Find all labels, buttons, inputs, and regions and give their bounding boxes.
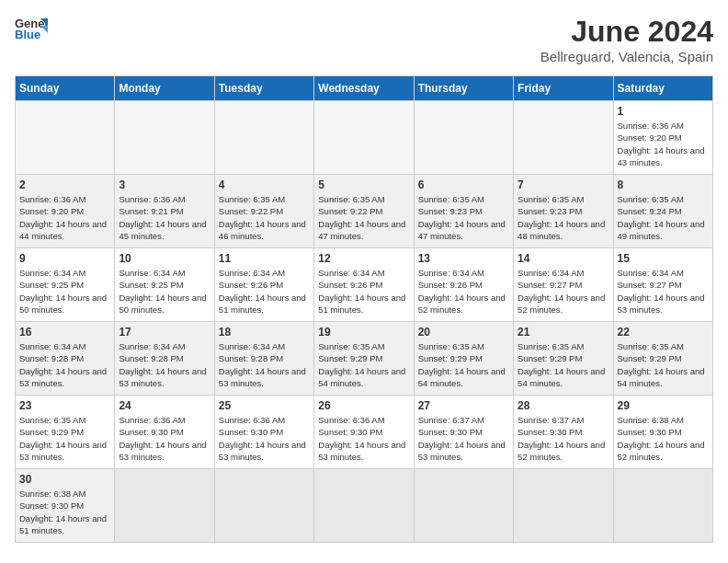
location-subtitle: Bellreguard, Valencia, Spain [540, 49, 713, 64]
calendar-cell: 2Sunrise: 6:36 AMSunset: 9:20 PMDaylight… [16, 175, 115, 248]
day-number: 21 [518, 326, 609, 339]
day-info: Sunrise: 6:35 AMSunset: 9:29 PMDaylight:… [418, 340, 509, 389]
calendar-cell: 18Sunrise: 6:34 AMSunset: 9:28 PMDayligh… [214, 322, 313, 396]
day-number: 10 [119, 252, 210, 265]
calendar-cell: 26Sunrise: 6:36 AMSunset: 9:30 PMDayligh… [314, 396, 414, 469]
calendar-cell [214, 101, 313, 175]
day-info: Sunrise: 6:34 AMSunset: 9:28 PMDaylight:… [19, 340, 110, 389]
day-number: 28 [518, 399, 609, 412]
day-info: Sunrise: 6:34 AMSunset: 9:25 PMDaylight:… [19, 267, 110, 316]
calendar-cell [613, 469, 712, 543]
logo-icon: General Blue [15, 15, 48, 40]
header-row: SundayMondayTuesdayWednesdayThursdayFrid… [16, 76, 713, 101]
calendar-week-row: 23Sunrise: 6:35 AMSunset: 9:29 PMDayligh… [16, 396, 713, 469]
calendar-cell: 16Sunrise: 6:34 AMSunset: 9:28 PMDayligh… [16, 322, 115, 396]
day-number: 3 [119, 178, 210, 191]
col-header-saturday: Saturday [613, 76, 712, 101]
day-info: Sunrise: 6:34 AMSunset: 9:25 PMDaylight:… [119, 267, 210, 316]
col-header-monday: Monday [115, 76, 214, 101]
calendar-cell [314, 101, 414, 175]
calendar-cell [414, 469, 513, 543]
day-number: 17 [119, 326, 210, 339]
calendar-cell: 3Sunrise: 6:36 AMSunset: 9:21 PMDaylight… [115, 175, 214, 248]
day-info: Sunrise: 6:35 AMSunset: 9:23 PMDaylight:… [518, 193, 609, 242]
day-info: Sunrise: 6:34 AMSunset: 9:26 PMDaylight:… [318, 267, 409, 316]
day-info: Sunrise: 6:36 AMSunset: 9:30 PMDaylight:… [219, 414, 310, 463]
day-number: 22 [618, 326, 709, 339]
day-info: Sunrise: 6:35 AMSunset: 9:22 PMDaylight:… [318, 193, 409, 242]
calendar-cell: 30Sunrise: 6:38 AMSunset: 9:30 PMDayligh… [16, 469, 115, 543]
calendar-cell: 8Sunrise: 6:35 AMSunset: 9:24 PMDaylight… [613, 175, 712, 248]
calendar-cell [115, 101, 214, 175]
day-info: Sunrise: 6:35 AMSunset: 9:22 PMDaylight:… [219, 193, 310, 242]
calendar-cell: 11Sunrise: 6:34 AMSunset: 9:26 PMDayligh… [214, 248, 313, 322]
day-info: Sunrise: 6:34 AMSunset: 9:26 PMDaylight:… [219, 267, 310, 316]
day-info: Sunrise: 6:38 AMSunset: 9:30 PMDaylight:… [618, 414, 709, 463]
calendar-cell: 15Sunrise: 6:34 AMSunset: 9:27 PMDayligh… [613, 248, 712, 322]
calendar-cell: 21Sunrise: 6:35 AMSunset: 9:29 PMDayligh… [514, 322, 613, 396]
calendar-cell [214, 469, 313, 543]
calendar-cell [514, 469, 613, 543]
calendar-cell [16, 101, 115, 175]
calendar-week-row: 16Sunrise: 6:34 AMSunset: 9:28 PMDayligh… [16, 322, 713, 396]
calendar-cell: 17Sunrise: 6:34 AMSunset: 9:28 PMDayligh… [115, 322, 214, 396]
day-number: 16 [19, 326, 110, 339]
calendar-cell: 1Sunrise: 6:36 AMSunset: 9:20 PMDaylight… [613, 101, 712, 175]
calendar-cell [514, 101, 613, 175]
day-number: 12 [318, 252, 409, 265]
day-number: 14 [518, 252, 609, 265]
day-info: Sunrise: 6:35 AMSunset: 9:29 PMDaylight:… [518, 340, 609, 389]
day-number: 9 [19, 252, 110, 265]
day-info: Sunrise: 6:38 AMSunset: 9:30 PMDaylight:… [19, 488, 110, 536]
day-number: 25 [219, 399, 310, 412]
day-number: 29 [618, 399, 709, 412]
calendar-cell [115, 469, 214, 543]
day-info: Sunrise: 6:34 AMSunset: 9:28 PMDaylight:… [119, 340, 210, 389]
day-number: 7 [518, 178, 609, 191]
calendar-cell: 27Sunrise: 6:37 AMSunset: 9:30 PMDayligh… [414, 396, 513, 469]
calendar-cell: 22Sunrise: 6:35 AMSunset: 9:29 PMDayligh… [613, 322, 712, 396]
col-header-wednesday: Wednesday [314, 76, 414, 101]
calendar-cell: 6Sunrise: 6:35 AMSunset: 9:23 PMDaylight… [414, 175, 513, 248]
day-info: Sunrise: 6:37 AMSunset: 9:30 PMDaylight:… [418, 414, 509, 463]
col-header-friday: Friday [514, 76, 613, 101]
day-info: Sunrise: 6:34 AMSunset: 9:27 PMDaylight:… [518, 267, 609, 316]
calendar-cell: 10Sunrise: 6:34 AMSunset: 9:25 PMDayligh… [115, 248, 214, 322]
day-number: 4 [219, 178, 310, 191]
calendar-cell: 25Sunrise: 6:36 AMSunset: 9:30 PMDayligh… [214, 396, 313, 469]
day-info: Sunrise: 6:36 AMSunset: 9:20 PMDaylight:… [618, 120, 709, 168]
day-number: 18 [219, 326, 310, 339]
col-header-sunday: Sunday [16, 76, 115, 101]
day-info: Sunrise: 6:36 AMSunset: 9:21 PMDaylight:… [119, 193, 210, 242]
day-info: Sunrise: 6:36 AMSunset: 9:20 PMDaylight:… [19, 193, 110, 242]
day-info: Sunrise: 6:36 AMSunset: 9:30 PMDaylight:… [119, 414, 210, 463]
day-number: 23 [19, 399, 110, 412]
day-number: 24 [119, 399, 210, 412]
day-info: Sunrise: 6:35 AMSunset: 9:23 PMDaylight:… [418, 193, 509, 242]
day-number: 26 [318, 399, 409, 412]
day-number: 8 [618, 178, 709, 191]
calendar-cell: 5Sunrise: 6:35 AMSunset: 9:22 PMDaylight… [314, 175, 414, 248]
day-info: Sunrise: 6:35 AMSunset: 9:29 PMDaylight:… [618, 340, 709, 389]
calendar-table: SundayMondayTuesdayWednesdayThursdayFrid… [15, 75, 713, 543]
day-number: 19 [318, 326, 409, 339]
calendar-cell: 7Sunrise: 6:35 AMSunset: 9:23 PMDaylight… [514, 175, 613, 248]
calendar-week-row: 9Sunrise: 6:34 AMSunset: 9:25 PMDaylight… [16, 248, 713, 322]
calendar-week-row: 2Sunrise: 6:36 AMSunset: 9:20 PMDaylight… [16, 175, 713, 248]
day-number: 30 [19, 473, 110, 486]
calendar-cell [314, 469, 414, 543]
day-number: 1 [618, 105, 709, 118]
day-number: 20 [418, 326, 509, 339]
calendar-cell: 4Sunrise: 6:35 AMSunset: 9:22 PMDaylight… [214, 175, 313, 248]
calendar-cell: 14Sunrise: 6:34 AMSunset: 9:27 PMDayligh… [514, 248, 613, 322]
calendar-cell: 9Sunrise: 6:34 AMSunset: 9:25 PMDaylight… [16, 248, 115, 322]
page-header: General Blue June 2024 Bellreguard, Vale… [15, 15, 713, 64]
day-number: 5 [318, 178, 409, 191]
day-info: Sunrise: 6:34 AMSunset: 9:27 PMDaylight:… [618, 267, 709, 316]
day-info: Sunrise: 6:35 AMSunset: 9:24 PMDaylight:… [618, 193, 709, 242]
svg-text:Blue: Blue [15, 28, 40, 40]
calendar-cell: 29Sunrise: 6:38 AMSunset: 9:30 PMDayligh… [613, 396, 712, 469]
month-year-title: June 2024 [540, 15, 713, 49]
calendar-cell: 20Sunrise: 6:35 AMSunset: 9:29 PMDayligh… [414, 322, 513, 396]
day-info: Sunrise: 6:34 AMSunset: 9:28 PMDaylight:… [219, 340, 310, 389]
